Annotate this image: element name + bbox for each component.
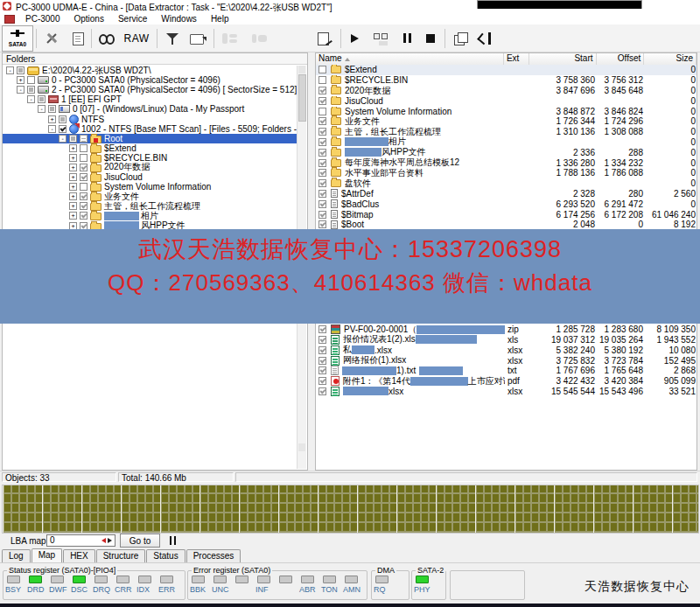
file-checkbox[interactable] — [318, 128, 326, 136]
tree-item[interactable]: -1002 - NTFS [Base MFT Scan] - [Files - … — [3, 124, 298, 134]
tree-checkbox[interactable] — [80, 192, 88, 200]
tab-log[interactable]: Log — [2, 549, 31, 562]
column-header-start[interactable]: Start — [529, 53, 597, 65]
file-checkbox[interactable] — [318, 66, 326, 73]
tree-checkbox[interactable] — [59, 125, 66, 133]
export-data-button[interactable] — [310, 25, 338, 52]
file-checkbox[interactable] — [318, 117, 326, 125]
tree-item[interactable]: -0 [07] - (Windows/Linux) Data - My Pass… — [3, 104, 298, 114]
tree-checkbox[interactable] — [17, 66, 24, 74]
table-row[interactable]: JisuCloud0 — [316, 95, 696, 106]
filter-button[interactable] — [160, 25, 185, 52]
file-checkbox[interactable] — [318, 76, 326, 84]
lba-map-grid[interactable] — [2, 485, 699, 534]
file-checkbox[interactable] — [318, 346, 326, 354]
tree-item[interactable]: -E:\2020\4.22-张USB WD2T\ — [3, 66, 298, 75]
file-checkbox[interactable] — [318, 108, 326, 115]
map-pause-icon[interactable] — [170, 536, 178, 545]
file-checkbox[interactable] — [318, 377, 326, 385]
menu-service[interactable]: Service — [111, 14, 154, 24]
table-row[interactable]: 网络报价(1).xlsxxlsx3 725 8323 723 784152 49… — [316, 355, 696, 366]
collapse-icon[interactable]: - — [27, 95, 35, 103]
find-button[interactable] — [94, 25, 119, 52]
table-row[interactable]: $BadClus6 293 5206 291 4720 — [316, 199, 696, 209]
menu-help[interactable]: Help — [204, 14, 236, 24]
column-header-offset[interactable]: Offset — [597, 53, 645, 65]
tree-checkbox[interactable] — [80, 154, 88, 162]
tree-item[interactable]: -Root — [3, 134, 298, 143]
file-checkbox[interactable] — [318, 211, 326, 219]
table-row[interactable]: $AttrDef2 3282802 560 — [316, 189, 696, 199]
column-header-ext[interactable]: Ext — [504, 53, 529, 65]
menu-options[interactable]: Options — [66, 14, 110, 24]
column-header-size[interactable]: Size — [644, 53, 696, 65]
tree-item[interactable]: +2020年数据 — [3, 163, 298, 172]
tree-checkbox[interactable] — [80, 144, 88, 152]
expand-icon[interactable]: + — [69, 173, 77, 181]
table-row[interactable]: 2020年数据3 847 6963 845 6480 — [316, 86, 696, 96]
table-row[interactable]: $Boot2 04808 192 — [316, 220, 696, 230]
map-tree-button[interactable] — [365, 25, 396, 52]
tab-processes[interactable]: Processes — [186, 549, 242, 562]
tools-button[interactable] — [39, 25, 64, 52]
table-row[interactable]: $Bitmap6 174 2566 172 20861 046 240 — [316, 209, 696, 220]
tree-item[interactable]: +$Extend — [3, 143, 298, 153]
file-checkbox[interactable] — [318, 190, 326, 198]
table-row[interactable]: $Extend0 — [316, 65, 696, 75]
tab-map[interactable]: Map — [32, 548, 62, 562]
file-checkbox[interactable] — [318, 357, 326, 365]
start-button[interactable] — [344, 25, 365, 52]
expand-icon[interactable]: + — [69, 144, 77, 152]
tree-item[interactable]: +System Volume Information — [3, 182, 298, 192]
file-checkbox[interactable] — [318, 149, 326, 157]
file-checkbox[interactable] — [318, 366, 326, 374]
tree-item[interactable]: +JisuCloud — [3, 172, 298, 182]
expand-icon[interactable]: + — [69, 154, 77, 162]
file-checkbox[interactable] — [318, 179, 326, 187]
expand-icon[interactable]: + — [69, 202, 77, 210]
expand-icon[interactable]: + — [48, 115, 56, 123]
tab-status[interactable]: Status — [146, 549, 185, 562]
tab-hex[interactable]: HEX — [63, 549, 95, 562]
file-checkbox[interactable] — [318, 97, 326, 105]
sata-port-button[interactable]: SATA0 — [2, 25, 33, 52]
collapse-icon[interactable]: - — [59, 135, 66, 143]
file-checkbox[interactable] — [318, 387, 326, 395]
file-checkbox[interactable] — [318, 169, 326, 177]
tree-checkbox[interactable] — [80, 212, 88, 220]
terminate-button[interactable] — [474, 25, 497, 52]
tree-item[interactable]: +0 - PC3000 SATA0 (PhysicalSector = 4096… — [3, 75, 298, 85]
tree-checkbox[interactable] — [27, 76, 35, 84]
expand-icon[interactable]: + — [69, 183, 77, 191]
tree-item[interactable]: -2 - PC3000 SATA0 (PhysicalSector = 4096… — [3, 85, 298, 94]
file-checkbox[interactable] — [318, 336, 326, 344]
tree-checkbox[interactable] — [69, 135, 77, 143]
collapse-icon[interactable]: - — [17, 86, 24, 94]
tree-item[interactable]: +NTFS — [3, 114, 298, 123]
stop-button[interactable] — [419, 25, 442, 52]
tree-checkbox[interactable] — [80, 202, 88, 210]
tree-item[interactable]: -1 [EE] EFI GPT — [3, 94, 298, 104]
lba-spinner-icon[interactable] — [102, 537, 112, 544]
column-header-name[interactable]: Name — [316, 53, 504, 65]
file-checkbox[interactable] — [318, 325, 326, 333]
collapse-icon[interactable]: - — [6, 66, 14, 74]
goto-button[interactable]: Go to — [120, 534, 160, 548]
collapse-icon[interactable]: - — [38, 105, 46, 113]
tree-checkbox[interactable] — [48, 105, 56, 113]
expand-icon[interactable]: + — [69, 192, 77, 200]
table-row[interactable]: xlsxxlsx15 545 54415 543 49633 521 — [316, 387, 696, 397]
tree-checkbox[interactable] — [80, 183, 88, 191]
collapse-icon[interactable]: - — [48, 125, 56, 133]
file-checkbox[interactable] — [318, 159, 326, 167]
expand-icon[interactable]: + — [17, 76, 24, 84]
script-button[interactable] — [64, 25, 88, 52]
menu-pc-3000[interactable]: PC-3000 — [18, 14, 66, 24]
pause-button[interactable] — [396, 25, 419, 52]
file-checkbox[interactable] — [318, 200, 326, 208]
tab-structure[interactable]: Structure — [96, 549, 146, 562]
tree-checkbox[interactable] — [80, 173, 88, 181]
open-folder-button[interactable] — [185, 25, 211, 52]
tree-checkbox[interactable] — [80, 164, 88, 171]
file-checkbox[interactable] — [318, 138, 326, 146]
